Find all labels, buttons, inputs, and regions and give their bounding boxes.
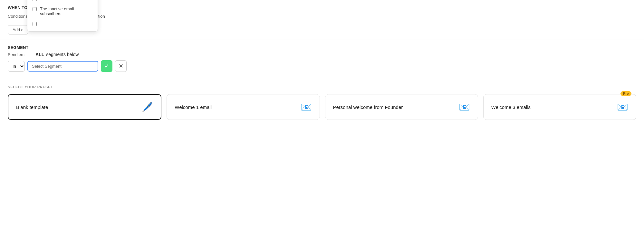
preset-blank-label: Blank template: [16, 104, 48, 110]
preset-welcome1-label: Welcome 1 email: [175, 104, 212, 110]
preset-welcome3-icon: 📧: [617, 102, 628, 112]
preset-personal-welcome-icon: 📧: [459, 102, 470, 112]
when-to-row: WHEN TO: [8, 5, 636, 10]
dropdown-item-active-subscribers[interactable]: Active Subscribers: [27, 0, 98, 4]
inactive-email-label: The Inactive email subscribers: [40, 6, 92, 16]
segment-all-label: ALL: [35, 52, 44, 57]
cancel-icon: ✕: [119, 63, 123, 70]
confirm-icon: ✓: [104, 63, 109, 70]
preset-blank-icon: 🖊️: [142, 102, 153, 112]
preset-welcome3-label: Welcome 3 emails: [491, 104, 531, 110]
active-subscribers-label: Active Subscribers: [40, 0, 75, 1]
cancel-button[interactable]: ✕: [115, 60, 127, 72]
dropdown-item-extra[interactable]: [27, 19, 98, 29]
pro-badge: Pro: [620, 91, 631, 96]
segment-label: SEGMENT: [8, 45, 34, 50]
segment-input[interactable]: [27, 61, 98, 72]
in-select[interactable]: In: [8, 61, 25, 72]
page-wrapper: WHEN TO Conditions all conditions any co…: [0, 0, 644, 233]
segment-description: Send em: [8, 52, 34, 57]
add-condition-button[interactable]: Add c: [8, 25, 28, 34]
preset-card-blank[interactable]: Blank template 🖊️: [8, 94, 161, 120]
preset-cards: Blank template 🖊️ Welcome 1 email 📧 Pers…: [8, 94, 636, 120]
segment-section: SEGMENT Send em ALL segments below SEGME…: [0, 40, 644, 77]
checkbox-inactive-email[interactable]: [33, 7, 37, 11]
segment-row: SEGMENT LIST Hasn't purchased in the las…: [8, 60, 636, 72]
segment-below-label: segments below: [46, 52, 79, 57]
preset-welcome1-icon: 📧: [301, 102, 312, 112]
checkbox-active-subscribers[interactable]: [33, 0, 37, 1]
dropdown-item-inactive-email[interactable]: The Inactive email subscribers: [27, 4, 98, 19]
conditions-row: Conditions all conditions any condition: [8, 14, 636, 19]
preset-card-welcome1[interactable]: Welcome 1 email 📧: [167, 94, 320, 120]
checkbox-extra[interactable]: [33, 22, 37, 26]
segment-dropdown: SEGMENT LIST Hasn't purchased in the las…: [27, 0, 98, 32]
add-condition-label: Add c: [13, 27, 23, 32]
preset-card-personal-welcome[interactable]: Personal welcome from Founder 📧: [325, 94, 478, 120]
preset-section: SELECT YOUR PRESET Blank template 🖊️ Wel…: [0, 77, 644, 128]
preset-section-label: SELECT YOUR PRESET: [8, 85, 636, 89]
preset-personal-welcome-label: Personal welcome from Founder: [333, 104, 403, 110]
confirm-button[interactable]: ✓: [101, 60, 112, 72]
preset-card-welcome3[interactable]: Pro Welcome 3 emails 📧: [483, 94, 636, 120]
